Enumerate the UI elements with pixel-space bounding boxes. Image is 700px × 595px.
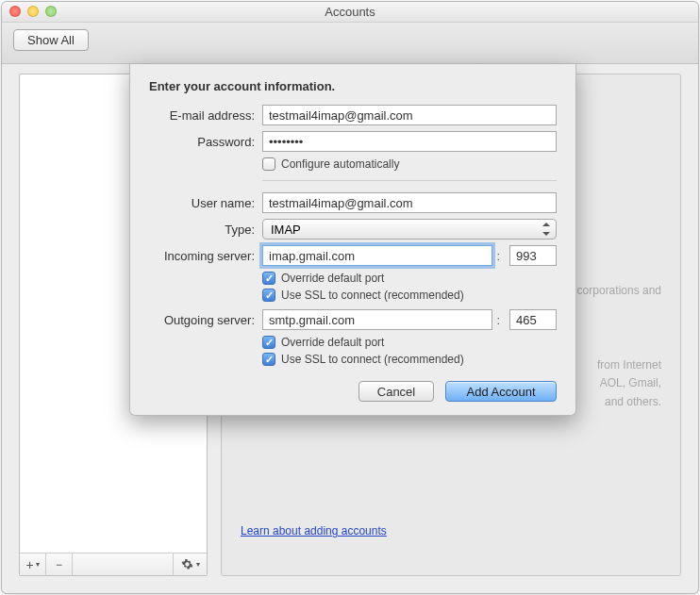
type-select[interactable]: IMAP: [262, 219, 557, 240]
configure-auto-checkbox[interactable]: [262, 157, 275, 171]
minus-icon: −: [56, 558, 62, 571]
learn-link[interactable]: Learn about adding accounts: [241, 524, 387, 537]
incoming-port-field[interactable]: [509, 245, 557, 266]
email-label: E-mail address:: [149, 108, 255, 123]
titlebar: Accounts: [2, 2, 698, 23]
colon: :: [496, 249, 500, 263]
sheet-title: Enter your account information.: [149, 79, 557, 93]
colon: :: [496, 313, 500, 327]
window-title: Accounts: [325, 5, 375, 19]
outgoing-server-field[interactable]: [262, 309, 492, 330]
incoming-override-port-checkbox[interactable]: [262, 272, 275, 285]
outgoing-label: Outgoing server:: [149, 313, 255, 327]
outgoing-override-port-checkbox[interactable]: [262, 336, 275, 349]
gear-icon: [181, 558, 193, 570]
add-account-button[interactable]: +: [20, 554, 46, 575]
divider: [262, 180, 557, 181]
cancel-button[interactable]: Cancel: [358, 381, 434, 402]
configure-auto-label: Configure automatically: [281, 157, 399, 171]
close-icon[interactable]: [9, 6, 21, 17]
traffic-lights: [9, 6, 57, 17]
incoming-server-field[interactable]: [262, 245, 492, 266]
minimize-icon[interactable]: [27, 6, 39, 17]
zoom-icon[interactable]: [45, 6, 57, 17]
account-info-sheet: Enter your account information. E-mail a…: [129, 64, 576, 416]
email-field[interactable]: [262, 105, 557, 125]
accounts-window: Accounts Show All + − select an account …: [1, 1, 699, 594]
outgoing-port-field[interactable]: [509, 309, 557, 330]
outgoing-override-port-label: Override default port: [281, 336, 384, 349]
plus-icon: +: [25, 557, 33, 572]
incoming-override-port-label: Override default port: [281, 272, 384, 285]
outgoing-ssl-checkbox[interactable]: [262, 353, 275, 366]
toolbar: Show All: [2, 23, 698, 64]
password-field[interactable]: [262, 131, 557, 152]
remove-account-button[interactable]: −: [46, 554, 73, 575]
incoming-ssl-checkbox[interactable]: [262, 289, 275, 302]
type-value: IMAP: [271, 223, 301, 237]
outgoing-ssl-label: Use SSL to connect (recommended): [281, 353, 464, 366]
show-all-button[interactable]: Show All: [13, 29, 89, 51]
add-account-button[interactable]: Add Account: [445, 381, 557, 402]
type-label: Type:: [149, 223, 255, 237]
username-label: User name:: [149, 196, 255, 210]
sidebar-footer: + −: [20, 553, 207, 575]
password-label: Password:: [149, 135, 255, 149]
actions-menu-button[interactable]: [173, 554, 207, 575]
incoming-ssl-label: Use SSL to connect (recommended): [281, 289, 464, 302]
incoming-label: Incoming server:: [149, 249, 255, 263]
username-field[interactable]: [262, 192, 557, 213]
